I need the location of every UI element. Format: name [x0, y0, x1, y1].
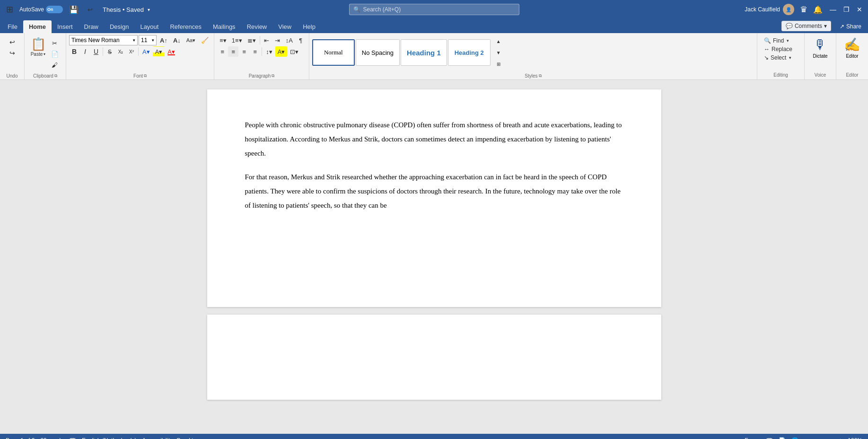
cut-button[interactable]: ✂ — [49, 38, 61, 48]
tab-insert[interactable]: Insert — [52, 20, 79, 33]
borders-button[interactable]: ⊡▾ — [288, 46, 301, 57]
web-layout-icon[interactable]: 🌐 — [791, 437, 798, 439]
paste-button[interactable]: 📋 Paste ▾ — [30, 36, 47, 58]
increase-indent-button[interactable]: ⇥ — [272, 35, 283, 45]
search-bar[interactable]: 🔍 Search (Alt+Q) — [349, 4, 519, 15]
font-shrink-button[interactable]: A↓ — [171, 35, 183, 45]
tab-home[interactable]: Home — [23, 20, 52, 33]
italic-button[interactable]: I — [80, 46, 90, 57]
style-normal-label: Normal — [324, 49, 343, 56]
language[interactable]: English (Netherlands) — [82, 437, 136, 439]
tab-design[interactable]: Design — [104, 20, 134, 33]
tab-help[interactable]: Help — [297, 20, 321, 33]
bullets-button[interactable]: ≡▾ — [217, 35, 229, 45]
zoom-level[interactable]: 100% — [848, 437, 862, 439]
justify-button[interactable]: ≡ — [250, 46, 260, 57]
shading-button[interactable]: A▾ — [275, 46, 288, 57]
font-divider1 — [103, 47, 103, 56]
share-button[interactable]: ↗ Share — [835, 22, 866, 31]
comments-button[interactable]: 💬 Comments ▾ — [781, 21, 831, 31]
undo-button[interactable]: ↩ — [7, 37, 18, 47]
ribbon-content: ↩ ↪ Undo 📋 Paste ▾ ✂ 📄 🖌 Clipb — [0, 33, 868, 80]
styles-scroll-up[interactable]: ▲ — [493, 36, 504, 46]
format-painter-button[interactable]: 🖌 — [49, 60, 61, 70]
align-left-button[interactable]: ≡ — [217, 46, 228, 57]
replace-button[interactable]: ↔ Replace — [763, 45, 798, 53]
multilevel-button[interactable]: ≣▾ — [245, 35, 258, 45]
style-heading1[interactable]: Heading 1 — [401, 39, 447, 66]
font-expand-icon[interactable]: ⧉ — [144, 73, 147, 79]
zoom-in-button[interactable]: + — [839, 437, 842, 439]
comment-icon: 💬 — [786, 23, 793, 29]
style-no-spacing[interactable]: No Spacing — [356, 39, 400, 66]
accessibility[interactable]: Accessibility: Good to go — [142, 437, 204, 439]
undo-title-button[interactable]: ↩ — [85, 4, 95, 15]
restore-button[interactable]: ❐ — [842, 5, 851, 14]
subscript-button[interactable]: X₂ — [115, 46, 126, 57]
font-size-dropdown[interactable]: 11 ▾ — [139, 35, 157, 45]
zoom-slider[interactable]: ━━━●━━ — [813, 437, 833, 439]
autosave-toggle[interactable]: On — [46, 6, 63, 13]
focus-button[interactable]: Focus — [745, 437, 760, 439]
zoom-out-button[interactable]: − — [804, 437, 807, 439]
numbering-button[interactable]: 1≡▾ — [229, 35, 245, 45]
read-mode-icon[interactable]: 📖 — [766, 437, 773, 439]
superscript-button[interactable]: X² — [126, 46, 137, 57]
select-chevron: ▾ — [789, 55, 791, 60]
font-case-button[interactable]: Aa▾ — [184, 35, 198, 45]
page-content-1[interactable]: People with chronic obstructive pulmonar… — [245, 118, 623, 212]
paragraph-1[interactable]: People with chronic obstructive pulmonar… — [245, 118, 623, 160]
underline-button[interactable]: U — [91, 46, 101, 57]
show-marks-button[interactable]: ¶ — [296, 35, 306, 45]
line-spacing-button[interactable]: ↕▾ — [263, 46, 275, 57]
font-grow-button[interactable]: A↑ — [158, 35, 170, 45]
copy-button[interactable]: 📄 — [49, 49, 61, 59]
tab-mailings[interactable]: Mailings — [207, 20, 241, 33]
style-normal[interactable]: Normal — [312, 39, 355, 66]
text-effects-button[interactable]: A▾ — [140, 46, 152, 57]
tab-draw[interactable]: Draw — [79, 20, 104, 33]
font-name-dropdown[interactable]: Times New Roman ▾ — [69, 35, 138, 45]
strikethrough-button[interactable]: S̶ — [105, 46, 115, 57]
tab-review[interactable]: Review — [241, 20, 273, 33]
tab-view[interactable]: View — [272, 20, 297, 33]
sort-button[interactable]: ↕A — [283, 35, 295, 45]
minimize-button[interactable]: — — [828, 5, 838, 14]
paragraph-2[interactable]: For that reason, Merkus and Strik resear… — [245, 170, 623, 212]
tab-file[interactable]: File — [2, 20, 23, 33]
clipboard-group-bottom: Clipboard ⧉ — [33, 73, 57, 79]
font-color-button[interactable]: A▾ — [165, 46, 177, 57]
editor-button[interactable]: ✍ Editor — [840, 35, 864, 66]
para-expand-icon[interactable]: ⧉ — [272, 73, 274, 79]
clear-format-button[interactable]: 🧹 — [199, 35, 211, 45]
save-button[interactable]: 💾 — [67, 4, 81, 15]
tab-references[interactable]: References — [164, 20, 207, 33]
bell-icon[interactable]: 🔔 — [813, 5, 823, 14]
tab-layout[interactable]: Layout — [134, 20, 164, 33]
clipboard-expand-icon[interactable]: ⧉ — [54, 73, 57, 79]
print-layout-icon[interactable]: 📄 — [779, 437, 786, 439]
doc-title-chevron[interactable]: ▾ — [148, 7, 150, 12]
styles-scroll-down[interactable]: ▼ — [493, 47, 504, 58]
select-button[interactable]: ↘ Select ▾ — [763, 54, 798, 61]
find-button[interactable]: 🔍 Find ▾ — [763, 37, 798, 44]
close-button[interactable]: ✕ — [855, 5, 864, 14]
dictate-button[interactable]: 🎙 Dictate — [808, 35, 832, 66]
editor-label: Editor — [846, 53, 858, 59]
decrease-indent-button[interactable]: ⇤ — [262, 35, 272, 45]
editing-label: Editing — [773, 72, 788, 78]
highlight-button[interactable]: A▾ — [153, 46, 165, 57]
bold-button[interactable]: B — [69, 46, 79, 57]
align-right-button[interactable]: ≡ — [239, 46, 249, 57]
app-icon-button[interactable]: ⊞ — [4, 4, 16, 15]
share-icon: ↗ — [840, 23, 844, 30]
redo-button[interactable]: ↪ — [7, 48, 18, 58]
styles-expand[interactable]: ⊞ — [493, 59, 504, 69]
align-center-button[interactable]: ≡ — [228, 46, 238, 57]
status-right: Focus 📖 📄 🌐 − ━━━●━━ + 100% — [745, 437, 862, 439]
editor-group-label: Editor — [846, 72, 858, 78]
styles-expand-icon[interactable]: ⧉ — [539, 73, 542, 79]
spell-check-icon[interactable]: 📖 — [69, 437, 76, 439]
document-area[interactable]: People with chronic obstructive pulmonar… — [0, 80, 868, 434]
style-heading2[interactable]: Heading 2 — [448, 39, 491, 66]
